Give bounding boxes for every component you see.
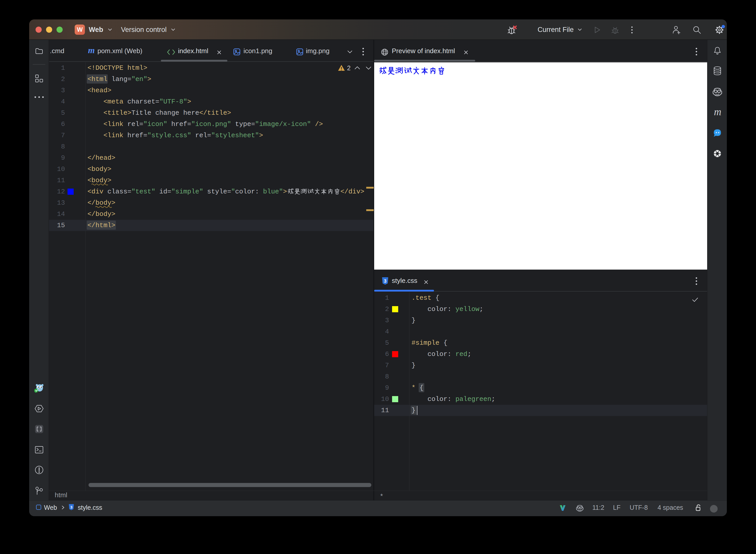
svg-text:3: 3: [70, 505, 72, 509]
svg-text:3: 3: [384, 279, 387, 284]
